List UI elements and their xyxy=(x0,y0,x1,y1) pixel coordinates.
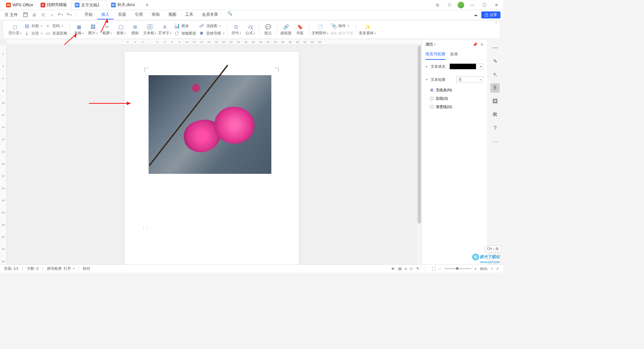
print-preview-icon[interactable]: ⎙ xyxy=(40,12,46,18)
radio-no-line[interactable]: 无线条(N) xyxy=(426,88,483,93)
bookmark-button[interactable]: 🔖书签 xyxy=(294,24,306,36)
tab-close-icon[interactable]: · xyxy=(102,3,103,7)
screenshot-button[interactable]: ✂截屏▾ xyxy=(101,24,113,36)
icon-button[interactable]: ⊞图标 xyxy=(129,24,141,36)
zoom-out-icon[interactable]: − xyxy=(439,267,441,271)
pen-icon[interactable]: ✎ xyxy=(490,56,500,66)
redo-icon[interactable]: ↷▾ xyxy=(66,12,72,18)
document-page[interactable]: ⋮⋮ xyxy=(124,52,299,264)
file-menu[interactable]: ☰ 文件 xyxy=(3,12,20,18)
tab-home[interactable]: 开始 xyxy=(80,10,97,19)
search-icon[interactable]: 🔍 xyxy=(227,10,233,16)
table-button[interactable]: ▦表格▾ xyxy=(73,24,85,36)
text-fill-color[interactable] xyxy=(449,63,476,69)
hyperlink-button[interactable]: 🔗超链接 xyxy=(280,24,292,36)
menubar: ☰ 文件 🖨 ⎙ ⌕ ↶▾ ↷▾ 开始 插入 页面 引用 审阅 视图 工具 会员… xyxy=(0,10,503,19)
radio-gradient-line[interactable]: 渐变线(G) xyxy=(426,104,483,109)
tab-document-active[interactable]: W 文字文稿1 · xyxy=(71,1,107,9)
properties-panel: 属性▾ 📌 ✕ 填充与轮廓 效果 ▸文本填充 ▾ ▾文本轮廓 无▾ 无线条(N)… xyxy=(422,40,487,264)
new-tab-button[interactable]: + xyxy=(143,2,151,8)
shape-button[interactable]: ◯形状▾ xyxy=(115,24,127,36)
pin-icon[interactable]: 📌 xyxy=(473,42,478,47)
print-icon[interactable]: 🖨 xyxy=(31,12,37,18)
tab-tools[interactable]: 工具 xyxy=(181,10,197,19)
symbol-button[interactable]: Ω符号▾ xyxy=(230,24,242,36)
panel-tab-effect[interactable]: 效果 xyxy=(450,49,458,60)
status-proof[interactable]: 校对 xyxy=(83,266,90,271)
tab-wps-home[interactable]: W WPS Office xyxy=(3,1,37,9)
cloud-icon[interactable]: ☁ xyxy=(473,12,479,18)
text-fill-label: 文本填充 xyxy=(431,64,445,69)
image-icon[interactable]: 🖼 xyxy=(490,97,500,106)
text-fill-dropdown[interactable]: ▾ xyxy=(478,63,483,69)
window-tabs-icon[interactable]: ⧉ xyxy=(433,1,441,9)
close-window-icon[interactable]: ✕ xyxy=(492,1,500,9)
zoom-slider[interactable] xyxy=(444,268,471,269)
tab-insert[interactable]: 插入 xyxy=(97,10,113,19)
textbox-button[interactable]: 🄰文本框▾ xyxy=(143,24,156,36)
attachment-button[interactable]: 📎附件▾ xyxy=(330,23,353,29)
equation-button[interactable]: √χ公式▾ xyxy=(244,24,256,36)
fit-icon[interactable]: ⛶ xyxy=(432,267,435,271)
tab-close-icon[interactable]: · xyxy=(138,3,139,7)
page-number-button[interactable]: ⌗页码▾ xyxy=(44,23,67,29)
maximize-icon[interactable]: ☐ xyxy=(480,1,488,9)
flowchart-button[interactable]: ☍流程图▾ xyxy=(198,23,224,29)
document-canvas[interactable]: 6422468101214161820222426283032343638404… xyxy=(0,40,422,264)
view-outline-icon[interactable]: ≡ xyxy=(405,267,407,271)
undo-icon[interactable]: ↶▾ xyxy=(57,12,63,18)
help-icon[interactable]: ? xyxy=(490,123,500,133)
blank-page-button[interactable]: ▢空白页▾ xyxy=(8,24,21,36)
header-footer-button[interactable]: ▭页眉页脚 xyxy=(44,30,67,36)
sidebar-minimize-icon[interactable]: — xyxy=(490,43,500,52)
status-spell[interactable]: 拼写检查: 打开 xyxy=(47,266,71,271)
status-words[interactable]: 字数: 0 xyxy=(27,266,38,271)
ribbon-collapse-icon[interactable]: ⌃ xyxy=(494,21,497,26)
zoom-value[interactable]: 85% xyxy=(480,267,487,271)
ime-badge[interactable]: CH ♪ 简 xyxy=(485,246,501,252)
view-read-icon[interactable]: ▷ xyxy=(410,266,413,271)
tools-icon[interactable]: 🛠 xyxy=(490,110,500,119)
view-eye-icon[interactable]: 👁 xyxy=(391,267,395,271)
zoom-in-icon[interactable]: + xyxy=(475,267,477,271)
settings-slider-icon[interactable]: 🎚 xyxy=(490,83,500,93)
tab-reference[interactable]: 引用 xyxy=(131,10,147,19)
outline-select[interactable]: 无▾ xyxy=(456,76,483,83)
mindmap-button[interactable]: ✱思维导图▾ xyxy=(198,30,224,36)
cube-icon[interactable]: ⬡ xyxy=(445,1,453,9)
tab-member[interactable]: 会员专享 xyxy=(198,10,222,19)
more-assets-button[interactable]: ✨更多素材▾ xyxy=(359,24,376,36)
find-icon[interactable]: ⌕ xyxy=(49,12,55,18)
vertical-scrollbar[interactable] xyxy=(417,45,422,264)
tab-review[interactable]: 审阅 xyxy=(148,10,164,19)
cover-button[interactable]: ▤封面▾ xyxy=(23,23,42,29)
expand-icon[interactable]: ⤢ xyxy=(496,266,499,271)
select-icon[interactable]: ↖ xyxy=(490,70,500,79)
status-page[interactable]: 页面: 1/1 xyxy=(4,266,18,271)
view-web-icon[interactable]: ✎ xyxy=(416,266,419,271)
panel-close-icon[interactable]: ✕ xyxy=(480,42,484,47)
ribbon-tabs: 开始 插入 页面 引用 审阅 视图 工具 会员专享 🔍 xyxy=(80,10,233,19)
tab-page[interactable]: 页面 xyxy=(114,10,130,19)
smartart-button[interactable]: ⬡智能图形 xyxy=(173,30,196,36)
user-avatar[interactable] xyxy=(458,2,464,8)
share-button[interactable]: 凸 分享 xyxy=(481,11,500,18)
radio-solid-line[interactable]: 实线(S) xyxy=(426,96,483,101)
docparts-button[interactable]: 📄文档部件▾ xyxy=(312,24,328,36)
horizontal-ruler: 6422468101214161820222426283032343638404… xyxy=(7,40,422,45)
dropcap-button[interactable]: A≡首字下沉 xyxy=(330,30,353,36)
wordart-button[interactable]: A艺术字▾ xyxy=(158,24,171,36)
page-break-button[interactable]: ⤓分页▾ xyxy=(23,30,42,36)
more-icon[interactable]: ⋯ xyxy=(490,137,500,146)
inserted-image[interactable] xyxy=(149,75,271,174)
save-icon[interactable] xyxy=(22,12,29,18)
tab-view[interactable]: 视图 xyxy=(164,10,180,19)
minimize-icon[interactable]: — xyxy=(468,1,476,9)
tab-templates[interactable]: D 找稻壳模板 xyxy=(37,1,70,9)
view-page-icon[interactable]: ▤ xyxy=(398,266,401,271)
comment-button[interactable]: 💬批注 xyxy=(262,24,274,36)
panel-tab-fill[interactable]: 填充与轮廓 xyxy=(425,49,445,60)
chart-button[interactable]: 📊图表 xyxy=(173,23,196,29)
picture-button[interactable]: 🖼图片▾ xyxy=(87,24,99,36)
tab-document-2[interactable]: W 秋天.docx · xyxy=(108,1,142,9)
